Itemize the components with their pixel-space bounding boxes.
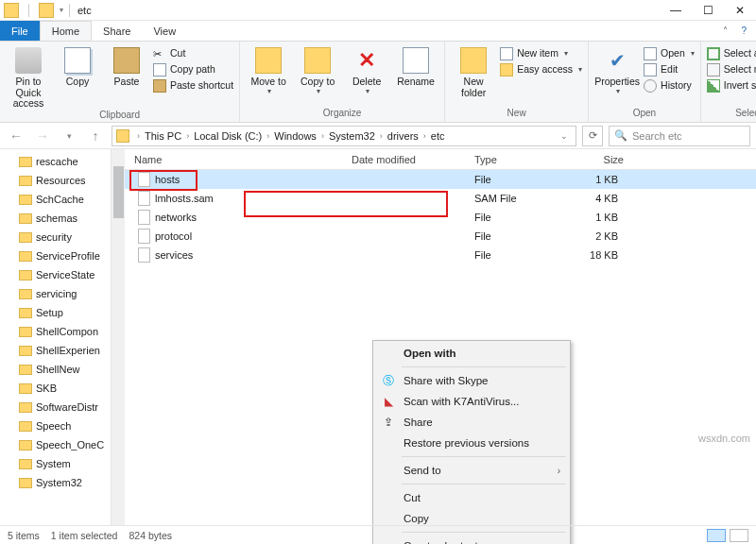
- minimize-button[interactable]: ―: [660, 0, 692, 21]
- ctx-scan-k7[interactable]: ◣Scan with K7AntiVirus...: [375, 391, 568, 412]
- column-name[interactable]: Name: [125, 154, 342, 165]
- new-item-button[interactable]: New item▾: [500, 46, 582, 60]
- tree-view[interactable]: rescacheResourcesSchCacheschemassecurity…: [0, 149, 125, 525]
- scrollbar-thumb[interactable]: [113, 166, 124, 218]
- watermark: wsxdn.com: [698, 433, 750, 444]
- tree-item[interactable]: System: [0, 454, 124, 473]
- chevron-down-icon[interactable]: ▾: [60, 6, 63, 14]
- file-row[interactable]: lmhosts.samSAM File4 KB: [125, 189, 756, 208]
- chevron-right-icon[interactable]: ›: [377, 131, 386, 141]
- tree-item-label: System32: [36, 477, 82, 488]
- folder-icon: [39, 3, 54, 18]
- column-size[interactable]: Size: [559, 154, 635, 165]
- file-list: Name Date modified Type Size hostsFile1 …: [125, 149, 756, 525]
- group-new: New folder New item▾ Easy access▾ New: [445, 42, 589, 122]
- edit-button[interactable]: Edit: [644, 62, 695, 76]
- column-headers[interactable]: Name Date modified Type Size: [125, 149, 756, 170]
- tree-item[interactable]: rescache: [0, 152, 124, 171]
- group-label: New: [451, 108, 582, 120]
- file-row[interactable]: networksFile1 KB: [125, 208, 756, 227]
- breadcrumb[interactable]: This PC: [145, 130, 181, 142]
- chevron-right-icon[interactable]: ›: [318, 131, 327, 141]
- tree-item[interactable]: SKB: [0, 379, 124, 398]
- breadcrumb[interactable]: System32: [329, 130, 375, 142]
- copy-path-button[interactable]: Copy path: [153, 62, 233, 76]
- tree-item[interactable]: SchCache: [0, 190, 124, 209]
- new-folder-button[interactable]: New folder: [451, 43, 496, 98]
- thumbnails-view-button[interactable]: [730, 529, 748, 542]
- file-row[interactable]: hostsFile1 KB: [125, 170, 756, 189]
- paste-shortcut-button[interactable]: Paste shortcut: [153, 78, 233, 93]
- open-button[interactable]: Open▾: [644, 46, 695, 60]
- tree-item[interactable]: security: [0, 228, 124, 246]
- tree-item[interactable]: ShellNew: [0, 360, 124, 379]
- invert-selection-button[interactable]: Invert selection: [707, 78, 756, 93]
- tree-item[interactable]: ShellExperien: [0, 341, 124, 360]
- column-date[interactable]: Date modified: [342, 154, 465, 165]
- breadcrumb[interactable]: Local Disk (C:): [194, 130, 262, 142]
- ctx-cut[interactable]: Cut: [375, 487, 568, 508]
- cut-button[interactable]: ✂Cut: [153, 46, 233, 60]
- chevron-down-icon[interactable]: ⌄: [560, 131, 572, 141]
- move-to-button[interactable]: Move to▾: [246, 43, 291, 95]
- refresh-button[interactable]: ⟳: [582, 126, 603, 146]
- ctx-open-with[interactable]: Open with: [375, 343, 568, 364]
- address-bar[interactable]: › This PC› Local Disk (C:)› Windows› Sys…: [112, 126, 576, 146]
- search-input[interactable]: 🔍 Search etc: [609, 126, 750, 146]
- close-button[interactable]: ✕: [724, 0, 756, 21]
- tree-item[interactable]: Speech: [0, 416, 124, 435]
- chevron-right-icon[interactable]: ›: [264, 131, 272, 141]
- up-button[interactable]: ↑: [85, 128, 106, 144]
- ctx-share[interactable]: ⇪Share: [375, 412, 568, 433]
- maximize-button[interactable]: ☐: [692, 0, 724, 21]
- tree-item[interactable]: Speech_OneC: [0, 435, 124, 454]
- select-none-button[interactable]: Select none: [707, 62, 756, 76]
- ctx-restore[interactable]: Restore previous versions: [375, 433, 568, 453]
- breadcrumb[interactable]: etc: [431, 130, 445, 142]
- tree-item[interactable]: schemas: [0, 209, 124, 228]
- breadcrumb[interactable]: Windows: [274, 130, 317, 142]
- ribbon-collapse-icon[interactable]: ˄: [723, 26, 728, 36]
- tree-item[interactable]: Setup: [0, 303, 124, 322]
- chevron-right-icon[interactable]: ›: [134, 131, 143, 141]
- invert-selection-icon: [707, 79, 720, 93]
- tree-scrollbar[interactable]: [111, 149, 125, 525]
- tree-item[interactable]: Resources: [0, 171, 124, 190]
- tab-view[interactable]: View: [142, 21, 187, 41]
- properties-button[interactable]: ✔Properties▾: [594, 43, 640, 95]
- pin-quick-access-button[interactable]: Pin to Quick access: [6, 43, 51, 110]
- back-button[interactable]: ←: [6, 128, 26, 144]
- ctx-share-skype[interactable]: ⓈShare with Skype: [375, 370, 568, 391]
- chevron-right-icon[interactable]: ›: [421, 131, 429, 141]
- recent-button[interactable]: ▾: [59, 131, 79, 141]
- breadcrumb[interactable]: drivers: [387, 130, 419, 142]
- help-icon[interactable]: ?: [741, 26, 747, 36]
- copy-button[interactable]: Copy: [55, 43, 100, 88]
- tree-item-label: Setup: [36, 307, 63, 318]
- details-view-button[interactable]: [707, 529, 726, 542]
- forward-button[interactable]: →: [32, 128, 53, 144]
- tree-item[interactable]: servicing: [0, 284, 124, 303]
- select-all-button[interactable]: Select all: [707, 46, 756, 60]
- easy-access-button[interactable]: Easy access▾: [500, 62, 582, 76]
- folder-icon: [19, 289, 32, 299]
- copy-to-button[interactable]: Copy to▾: [295, 43, 340, 95]
- tree-item[interactable]: ServiceState: [0, 265, 124, 284]
- paste-button[interactable]: Paste: [104, 43, 149, 88]
- tree-item[interactable]: ServiceProfile: [0, 246, 124, 265]
- file-row[interactable]: servicesFile18 KB: [125, 246, 756, 264]
- tab-share[interactable]: Share: [92, 21, 142, 41]
- rename-button[interactable]: Rename: [393, 43, 438, 88]
- tree-item[interactable]: ShellCompon: [0, 322, 124, 341]
- file-icon: [138, 210, 150, 225]
- history-button[interactable]: History: [644, 78, 695, 93]
- tree-item[interactable]: SoftwareDistr: [0, 398, 124, 416]
- tab-file[interactable]: File: [0, 21, 40, 41]
- file-row[interactable]: protocolFile2 KB: [125, 227, 756, 246]
- tab-home[interactable]: Home: [40, 21, 92, 41]
- delete-button[interactable]: ✕Delete▾: [344, 43, 389, 95]
- ctx-send-to[interactable]: Send to›: [375, 460, 568, 481]
- column-type[interactable]: Type: [465, 154, 559, 165]
- tree-item[interactable]: System32: [0, 473, 124, 492]
- chevron-right-icon[interactable]: ›: [183, 131, 192, 141]
